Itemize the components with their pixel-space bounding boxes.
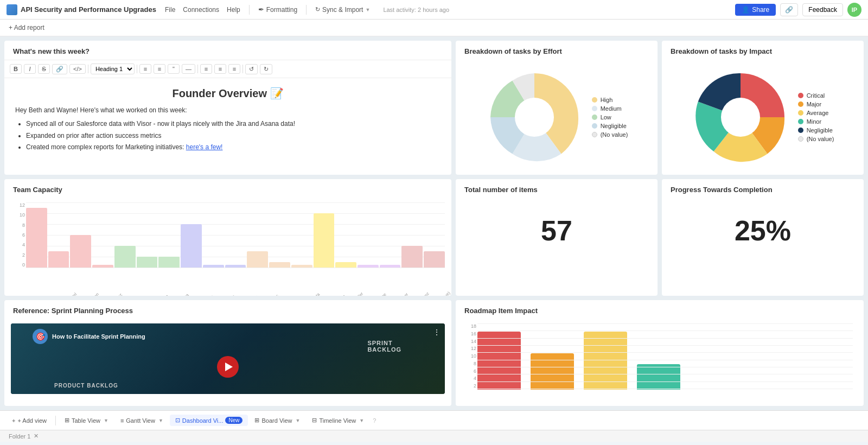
bar-jordan: Jordan Patel <box>48 251 69 268</box>
link-btn[interactable]: 🔗 <box>52 64 67 74</box>
legend-novalue: (No value) <box>592 131 628 138</box>
progress-value: 25% <box>662 198 864 263</box>
table-view-chevron: ▼ <box>104 418 108 423</box>
align-right-btn[interactable]: ≡ <box>228 64 240 74</box>
hr-btn[interactable]: — <box>182 64 195 74</box>
bullet-2: Expanded on prior after action success m… <box>26 130 441 142</box>
quote-btn[interactable]: " <box>168 64 180 74</box>
app-title: API Security and Performance Upgrades <box>21 5 156 14</box>
help-icon[interactable]: ? <box>373 417 376 424</box>
team-capacity-chart: 121086420 Samantha Chen <box>4 198 451 296</box>
editor-intro: Hey Beth and Wayne! Here's what we worke… <box>15 106 441 114</box>
nav-file[interactable]: File <box>165 6 175 14</box>
roadmap-grid <box>477 323 853 389</box>
gantt-view-chevron: ▼ <box>158 418 163 423</box>
legend-high: High <box>592 97 628 103</box>
legend-low: Low <box>592 114 628 120</box>
nav-connections[interactable]: Connections <box>183 6 219 14</box>
legend-novalue-label: (No value) <box>601 131 628 138</box>
add-view-icon: + <box>12 417 15 424</box>
bar-lena: Lena Perez <box>401 246 423 268</box>
italic-btn[interactable]: I <box>24 64 36 74</box>
bar-ethan: Ethan Williams <box>247 251 268 268</box>
tb-div2 <box>137 65 137 73</box>
dashboard: What's new this week? B I S 🔗 </> Headin… <box>0 36 868 410</box>
folder-label: Folder 1 <box>9 433 30 440</box>
bar-nina: Nina Hernandez <box>225 265 246 268</box>
tab-timeline-view[interactable]: ⊟ Timeline View ▼ <box>307 415 369 426</box>
legend-negligible: Negligible <box>592 123 628 129</box>
impact-novalue-label: (No value) <box>807 136 834 142</box>
impact-pie-svg <box>692 68 789 166</box>
bar-samantha: Samantha Chen <box>26 208 47 268</box>
bar-maya: Maya Robinson <box>203 265 224 268</box>
add-view-label: + Add view <box>17 417 47 424</box>
board-view-chevron: ▼ <box>296 418 301 423</box>
tab-table-view[interactable]: ⊞ Table View ▼ <box>59 415 114 426</box>
dashboard-view-icon: ⊡ <box>175 417 180 424</box>
legend-low-label: Low <box>601 114 611 120</box>
impact-legend: Critical Major Average Minor Negligible <box>798 92 834 142</box>
tb-div3 <box>197 65 198 73</box>
sync-btn[interactable]: ↻ Sync & Import ▼ <box>315 6 370 14</box>
gantt-view-icon: ≡ <box>120 417 124 424</box>
nav-help[interactable]: Help <box>227 6 240 14</box>
divider-2 <box>306 5 307 15</box>
tb-div1 <box>88 65 88 73</box>
bar-aiden: Aiden Miller <box>335 262 356 268</box>
ol-btn[interactable]: ≡ <box>139 64 151 74</box>
legend-medium: Medium <box>592 105 628 112</box>
video-logo: 🎯 <box>33 329 48 344</box>
formatting-btn[interactable]: ✒ Formatting <box>258 5 297 14</box>
feedback-button[interactable]: Feedback <box>802 3 843 16</box>
legend-novalue-dot <box>592 132 597 137</box>
video-menu-btn[interactable]: ⋮ <box>433 328 441 336</box>
impact-average-label: Average <box>807 110 829 116</box>
code-btn[interactable]: </> <box>69 64 86 74</box>
align-left-btn[interactable]: ≡ <box>200 64 212 74</box>
impact-negligible-dot <box>798 128 803 133</box>
heading-select[interactable]: Heading 1Heading 2Normal <box>91 63 135 74</box>
timeline-view-chevron: ▼ <box>359 418 364 423</box>
link-button[interactable]: 🔗 <box>780 3 798 16</box>
tab-board-view[interactable]: ⊞ Board View ▼ <box>249 415 305 426</box>
impact-major-dot <box>798 101 803 107</box>
redo-btn[interactable]: ↻ <box>260 64 272 74</box>
bar-isabella: Isabella Rodriguez <box>269 262 290 268</box>
legend-high-label: High <box>601 97 613 103</box>
impact-chart-title: Breakdown of tasks by Impact <box>662 41 864 60</box>
table-view-label: Table View <box>72 417 100 424</box>
progress-title: Progress Towards Completion <box>662 179 864 198</box>
play-button[interactable] <box>217 356 239 378</box>
legend-high-dot <box>592 97 597 103</box>
tab-gantt-view[interactable]: ≡ Gantt View ▼ <box>115 415 169 426</box>
bullet-3: Created more complex reports for Marketi… <box>26 142 441 154</box>
bold-btn[interactable]: B <box>10 64 22 74</box>
legend-negligible-dot <box>592 123 597 129</box>
bullet-3-link[interactable]: here's a few! <box>186 143 223 151</box>
ul-btn[interactable]: ≡ <box>154 64 165 74</box>
whats-new-title: What's new this week? <box>4 41 451 60</box>
impact-pie-container: Critical Major Average Minor Negligible <box>662 60 864 175</box>
undo-btn[interactable]: ↺ <box>245 64 258 74</box>
table-view-icon: ⊞ <box>65 417 69 424</box>
add-report-button[interactable]: + Add report <box>9 24 44 31</box>
bar-aisha: Aisha Green <box>70 235 91 268</box>
strikethrough-btn[interactable]: S <box>38 64 50 74</box>
effort-legend: High Medium Low Negligible (No value) <box>592 97 628 138</box>
impact-legend-minor: Minor <box>798 118 834 125</box>
align-center-btn[interactable]: ≡ <box>214 64 226 74</box>
impact-average-dot <box>798 110 803 116</box>
tab-add-view[interactable]: + + Add view <box>7 415 52 426</box>
footer: Folder 1 ✕ <box>0 430 868 442</box>
progress-card: Progress Towards Completion 25% <box>662 179 864 296</box>
share-button[interactable]: 👤 Share <box>735 4 776 16</box>
tab-dashboard-view[interactable]: ⊡ Dashboard Vi... New <box>170 415 248 426</box>
video-header: 🎯 How to Facilitate Sprint Planning <box>33 329 145 344</box>
dashboard-badge: New <box>225 417 242 424</box>
whats-new-card: What's new this week? B I S 🔗 </> Headin… <box>4 41 451 175</box>
avatar[interactable]: IP <box>847 3 861 17</box>
video-thumbnail[interactable]: 🎯 How to Facilitate Sprint Planning SPRI… <box>11 323 445 394</box>
video-subtitle: SPRINTBACKLOG <box>367 340 401 353</box>
legend-medium-label: Medium <box>601 105 622 112</box>
